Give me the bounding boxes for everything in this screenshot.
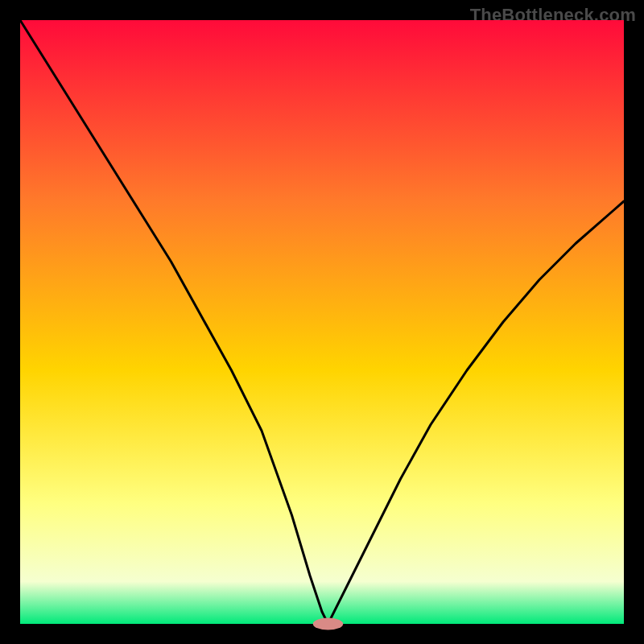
bottleneck-chart (0, 0, 644, 644)
plot-background (20, 20, 624, 624)
optimal-marker (313, 618, 344, 630)
chart-frame: TheBottleneck.com (0, 0, 644, 644)
